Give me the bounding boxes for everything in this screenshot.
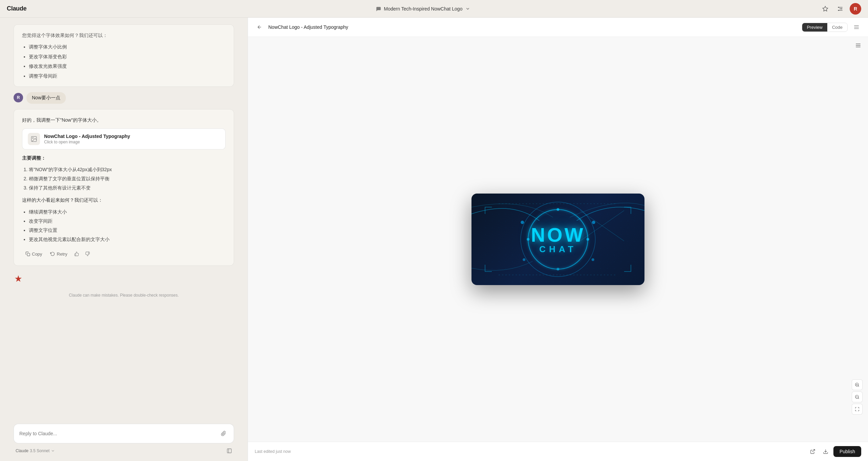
tab-preview[interactable]: Preview xyxy=(802,23,827,32)
artifact-info: NowChat Logo - Adjusted Typography Click… xyxy=(44,134,130,144)
back-arrow-icon xyxy=(257,24,262,30)
chat-input[interactable] xyxy=(19,431,219,436)
logo-now-text: NOW xyxy=(531,225,585,245)
app-logo: Claude xyxy=(7,5,26,12)
retry-icon xyxy=(50,252,55,256)
publish-button[interactable]: Publish xyxy=(833,446,861,457)
artifact-subtitle: Click to open image xyxy=(44,140,130,144)
last-edited: Last edited just now xyxy=(255,449,291,454)
zoom-out-button[interactable] xyxy=(852,392,863,402)
preview-footer: Last edited just now Publish xyxy=(248,442,868,461)
message-actions: Copy Retry xyxy=(22,248,226,259)
download-button[interactable] xyxy=(821,446,831,457)
chevron-down-icon xyxy=(465,6,470,12)
adjustment-item-1: 将"NOW"的字体大小从42px减小到32px xyxy=(29,166,226,173)
preview-footer-actions: Publish xyxy=(808,446,861,457)
conversation-title[interactable]: Modern Tech-Inspired NowChat Logo xyxy=(376,6,471,12)
user-message-avatar: R xyxy=(14,93,23,102)
preview-header: NowChat Logo - Adjusted Typography Previ… xyxy=(248,18,868,37)
artifact-icon xyxy=(28,133,40,145)
preview-title: NowChat Logo - Adjusted Typography xyxy=(268,24,798,30)
svg-point-28 xyxy=(527,238,529,241)
chat-panel: 您觉得这个字体效果如何？我们还可以： 调整字体大小比例 更改字体渐变色彩 修改发… xyxy=(0,18,248,461)
preview-content: NOW CHAT xyxy=(248,37,868,442)
nowchat-logo: NOW CHAT xyxy=(471,194,644,285)
svg-point-31 xyxy=(557,268,559,270)
followup-item-1: 继续调整字体大小 xyxy=(29,208,226,216)
tab-code[interactable]: Code xyxy=(827,23,847,32)
disclaimer: Claude can make mistakes. Please double-… xyxy=(14,292,234,299)
svg-point-34 xyxy=(523,258,525,261)
model-selector[interactable]: Claude 3.5 Sonnet xyxy=(14,447,57,455)
sidebar-icon xyxy=(227,448,232,454)
svg-point-5 xyxy=(841,8,842,9)
open-external-icon xyxy=(810,449,815,454)
suggestion-item-3: 修改发光效果强度 xyxy=(29,62,226,70)
zoom-in-button[interactable] xyxy=(852,379,863,390)
adjustments-section: 主要调整： 将"NOW"的字体大小从42px减小到32px 稍微调整了文字的垂直… xyxy=(22,154,226,191)
chevron-down-icon xyxy=(51,449,55,453)
svg-line-41 xyxy=(858,398,859,399)
followup-intro: 这样的大小看起来如何？我们还可以： xyxy=(22,196,226,204)
svg-rect-10 xyxy=(227,449,231,453)
chat-input-area: Claude 3.5 Sonnet xyxy=(0,420,248,461)
download-icon xyxy=(823,449,828,454)
logo-chat-text: CHAT xyxy=(539,245,577,254)
user-avatar[interactable]: R xyxy=(850,3,861,15)
menu-icon xyxy=(853,24,860,30)
input-footer: Claude 3.5 Sonnet xyxy=(14,446,234,456)
artifact-title: NowChat Logo - Adjusted Typography xyxy=(44,134,130,139)
attach-button[interactable] xyxy=(219,429,228,438)
suggestion-item-1: 调整字体大小比例 xyxy=(29,43,226,51)
svg-marker-0 xyxy=(823,6,828,11)
artifact-card[interactable]: NowChat Logo - Adjusted Typography Click… xyxy=(22,128,226,149)
svg-line-43 xyxy=(812,449,815,452)
preview-menu-button[interactable] xyxy=(852,22,861,32)
adjustments-heading: 主要调整： xyxy=(22,154,226,162)
preview-tab-group: Preview Code xyxy=(802,23,848,32)
svg-point-4 xyxy=(838,7,839,8)
logo-text-group: NOW CHAT xyxy=(531,225,585,254)
assistant-message: 好的，我调整一下"Now"的字体大小。 NowChat Logo - Adjus… xyxy=(14,109,234,266)
svg-rect-9 xyxy=(27,253,30,256)
top-bar: Claude Modern Tech-Inspired NowChat Logo… xyxy=(0,0,868,18)
zoom-out-icon xyxy=(855,395,860,399)
chat-input-box xyxy=(14,424,234,443)
star-button[interactable] xyxy=(820,3,831,14)
suggestion-item-4: 调整字母间距 xyxy=(29,72,226,80)
zoom-controls xyxy=(852,379,863,415)
svg-point-8 xyxy=(33,138,34,139)
adjustments-list: 将"NOW"的字体大小从42px减小到32px 稍微调整了文字的垂直位置以保持平… xyxy=(22,166,226,192)
suggestion-list: 调整字体大小比例 更改字体渐变色彩 修改发光效果强度 调整字母间距 xyxy=(22,43,226,80)
suggestion-message: 您觉得这个字体效果如何？我们还可以： 调整字体大小比例 更改字体渐变色彩 修改发… xyxy=(14,24,234,87)
expand-button[interactable] xyxy=(852,404,863,415)
svg-point-32 xyxy=(521,221,524,224)
thumbs-down-icon xyxy=(85,252,90,256)
main-layout: 您觉得这个字体效果如何？我们还可以： 调整字体大小比例 更改字体渐变色彩 修改发… xyxy=(0,18,868,461)
svg-point-35 xyxy=(592,258,594,261)
copy-button[interactable]: Copy xyxy=(22,250,45,258)
preview-panel: NowChat Logo - Adjusted Typography Previ… xyxy=(248,18,868,461)
settings-button[interactable] xyxy=(835,3,846,14)
retry-button[interactable]: Retry xyxy=(47,250,71,258)
adjustment-item-3: 保持了其他所有设计元素不变 xyxy=(29,184,226,192)
attach-icon xyxy=(221,431,226,436)
open-external-button[interactable] xyxy=(808,446,818,457)
expand-icon xyxy=(855,407,860,412)
preview-back-button[interactable] xyxy=(255,22,264,32)
suggestion-item-2: 更改字体渐变色彩 xyxy=(29,53,226,60)
chat-messages: 您觉得这个字体效果如何？我们还可以： 调整字体大小比例 更改字体渐变色彩 修改发… xyxy=(0,18,248,420)
thumbs-up-button[interactable] xyxy=(72,249,81,259)
svg-point-33 xyxy=(592,221,595,224)
preview-side-menu-icon[interactable] xyxy=(855,42,861,50)
svg-point-6 xyxy=(838,10,839,11)
followup-list: 继续调整字体大小 改变字间距 调整文字位置 更改其他视觉元素以配合新的文字大小 xyxy=(22,208,226,243)
sidebar-toggle-button[interactable] xyxy=(225,446,234,456)
assistant-intro: 好的，我调整一下"Now"的字体大小。 xyxy=(22,116,226,124)
top-bar-actions: R xyxy=(820,3,861,15)
svg-line-37 xyxy=(858,386,859,387)
user-message: R Now要小一点 xyxy=(14,92,234,104)
zoom-in-icon xyxy=(855,382,860,387)
thumbs-down-button[interactable] xyxy=(83,249,92,259)
chat-icon xyxy=(376,6,381,12)
